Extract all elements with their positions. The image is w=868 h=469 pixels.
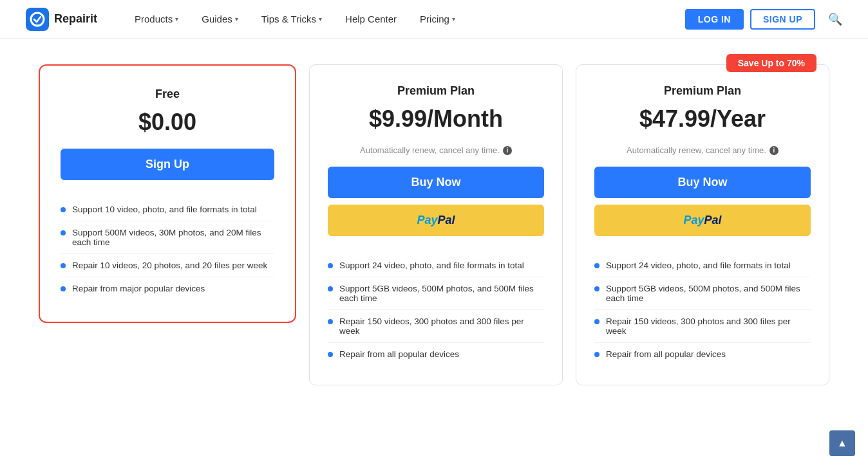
bullet-dot bbox=[328, 286, 333, 291]
bullet-dot bbox=[61, 230, 66, 235]
yearly-plan-card-inner: Premium Plan $47.99/Year Automatically r… bbox=[576, 64, 829, 385]
paypal-logo: PayPal bbox=[683, 214, 721, 227]
nav-item-tips[interactable]: Tips & Tricks ▾ bbox=[250, 0, 334, 39]
bullet-dot bbox=[594, 319, 599, 324]
free-plan-price: $0.00 bbox=[138, 109, 196, 136]
bullet-dot bbox=[594, 286, 599, 291]
list-item: Repair 150 videos, 300 photos and 300 fi… bbox=[594, 310, 811, 343]
yearly-plan-features: Support 24 video, photo, and file format… bbox=[594, 254, 811, 365]
list-item: Support 24 video, photo, and file format… bbox=[594, 254, 811, 277]
bullet-dot bbox=[61, 263, 66, 268]
bullet-dot bbox=[594, 352, 599, 357]
monthly-plan-name: Premium Plan bbox=[397, 84, 475, 98]
yearly-paypal-button[interactable]: PayPal bbox=[594, 205, 811, 236]
logo[interactable]: Repairit bbox=[26, 8, 97, 31]
bullet-dot bbox=[328, 263, 333, 268]
list-item: Repair from all popular devices bbox=[328, 343, 544, 365]
chevron-down-icon: ▾ bbox=[452, 15, 455, 23]
main-nav: Products ▾ Guides ▾ Tips & Tricks ▾ Help… bbox=[123, 0, 685, 39]
bullet-dot bbox=[328, 352, 333, 357]
nav-item-guides[interactable]: Guides ▾ bbox=[190, 0, 250, 39]
bullet-dot bbox=[594, 263, 599, 268]
pricing-section: Free $0.00 Sign Up Support 10 video, pho… bbox=[0, 39, 868, 411]
chevron-down-icon: ▾ bbox=[175, 15, 178, 23]
monthly-plan-features: Support 24 video, photo, and file format… bbox=[328, 254, 544, 365]
search-icon[interactable]: 🔍 bbox=[828, 12, 842, 26]
login-button[interactable]: LOG IN bbox=[685, 9, 744, 30]
logo-icon bbox=[26, 8, 49, 31]
list-item: Support 24 video, photo, and file format… bbox=[328, 254, 544, 277]
monthly-plan-card: Premium Plan $9.99/Month Automatically r… bbox=[309, 64, 563, 385]
yearly-plan-card: Save Up to 70% Premium Plan $47.99/Year … bbox=[576, 64, 829, 385]
monthly-plan-price: $9.99/Month bbox=[369, 106, 503, 133]
list-item: Repair 150 videos, 300 photos and 300 fi… bbox=[328, 310, 544, 343]
monthly-plan-card-inner: Premium Plan $9.99/Month Automatically r… bbox=[309, 64, 563, 385]
bullet-dot bbox=[61, 286, 66, 291]
list-item: Repair from major popular devices bbox=[61, 277, 274, 300]
yearly-plan-note: Automatically renew, cancel any time. i bbox=[627, 145, 778, 155]
free-plan-name: Free bbox=[155, 87, 180, 101]
paypal-logo: PayPal bbox=[417, 214, 455, 227]
nav-item-products[interactable]: Products ▾ bbox=[123, 0, 190, 39]
list-item: Support 500M videos, 30M photos, and 20M… bbox=[61, 221, 274, 254]
chevron-down-icon: ▾ bbox=[235, 15, 238, 23]
save-badge: Save Up to 70% bbox=[726, 54, 816, 72]
signup-button[interactable]: SIGN UP bbox=[750, 9, 815, 30]
logo-text: Repairit bbox=[54, 12, 97, 26]
bullet-dot bbox=[328, 319, 333, 324]
free-plan-features: Support 10 video, photo, and file format… bbox=[61, 198, 274, 300]
list-item: Support 10 video, photo, and file format… bbox=[61, 198, 274, 221]
svg-rect-0 bbox=[26, 8, 49, 31]
nav-item-pricing[interactable]: Pricing ▾ bbox=[408, 0, 467, 39]
info-icon: i bbox=[769, 146, 778, 155]
list-item: Repair 10 videos, 20 photos, and 20 file… bbox=[61, 254, 274, 277]
info-icon: i bbox=[503, 146, 512, 155]
chevron-down-icon: ▾ bbox=[319, 15, 322, 23]
free-plan-cta[interactable]: Sign Up bbox=[61, 149, 274, 180]
monthly-plan-cta[interactable]: Buy Now bbox=[328, 167, 544, 198]
yearly-plan-cta[interactable]: Buy Now bbox=[594, 167, 811, 198]
nav-item-help[interactable]: Help Center bbox=[334, 0, 408, 39]
list-item: Repair from all popular devices bbox=[594, 343, 811, 365]
header: Repairit Products ▾ Guides ▾ Tips & Tric… bbox=[0, 0, 868, 39]
bullet-dot bbox=[61, 207, 66, 212]
free-plan-card-inner: Free $0.00 Sign Up Support 10 video, pho… bbox=[42, 68, 292, 319]
yearly-plan-price: $47.99/Year bbox=[639, 106, 766, 133]
list-item: Support 5GB videos, 500M photos, and 500… bbox=[594, 277, 811, 310]
monthly-paypal-button[interactable]: PayPal bbox=[328, 205, 544, 236]
header-actions: LOG IN SIGN UP 🔍 bbox=[685, 9, 842, 30]
free-plan-card: Free $0.00 Sign Up Support 10 video, pho… bbox=[39, 64, 296, 323]
yearly-plan-name: Premium Plan bbox=[664, 84, 741, 98]
monthly-plan-note: Automatically renew, cancel any time. i bbox=[360, 145, 512, 155]
list-item: Support 5GB videos, 500M photos, and 500… bbox=[328, 277, 544, 310]
